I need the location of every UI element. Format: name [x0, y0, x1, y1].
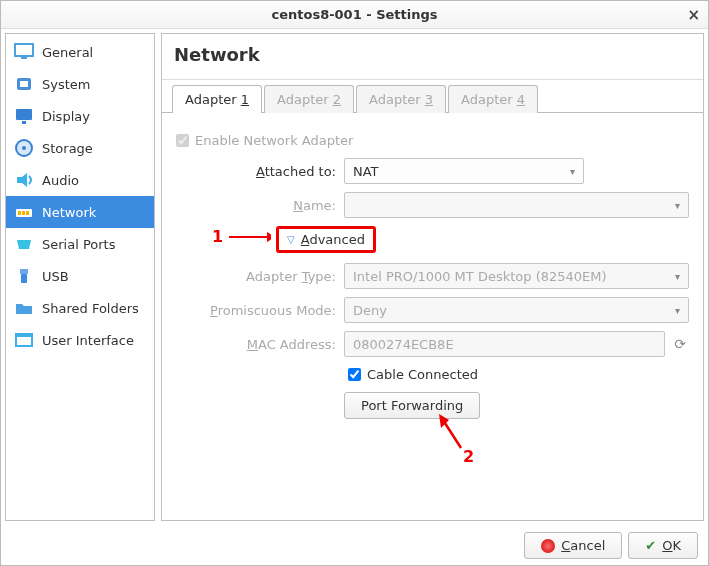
- chip-icon: [14, 74, 34, 94]
- display-icon: [14, 106, 34, 126]
- cable-connected-checkbox[interactable]: [348, 368, 361, 381]
- svg-rect-12: [26, 211, 29, 215]
- close-icon[interactable]: ×: [687, 6, 700, 24]
- svg-rect-10: [18, 211, 21, 215]
- name-dropdown: [344, 192, 689, 218]
- name-label: Name:: [176, 198, 336, 213]
- svg-rect-16: [16, 334, 32, 337]
- sidebar-item-network[interactable]: Network: [6, 196, 154, 228]
- ok-icon: ✔: [645, 538, 656, 553]
- svg-line-19: [443, 420, 461, 448]
- svg-rect-5: [22, 121, 26, 124]
- attached-to-label: Attached to:: [176, 164, 336, 179]
- adapter-type-label: Adapter Type:: [176, 269, 336, 284]
- sidebar-label: Audio: [42, 173, 79, 188]
- usb-icon: [14, 266, 34, 286]
- sidebar-label: Serial Ports: [42, 237, 115, 252]
- svg-rect-3: [20, 81, 28, 87]
- svg-rect-1: [21, 57, 27, 59]
- tab-adapter-1[interactable]: Adapter 1: [172, 85, 262, 113]
- sidebar-item-usb[interactable]: USB: [6, 260, 154, 292]
- sidebar-item-storage[interactable]: Storage: [6, 132, 154, 164]
- sidebar-label: General: [42, 45, 93, 60]
- enable-network-checkbox[interactable]: [176, 134, 189, 147]
- sidebar-item-general[interactable]: General: [6, 36, 154, 68]
- monitor-icon: [14, 42, 34, 62]
- speaker-icon: [14, 170, 34, 190]
- sidebar-item-system[interactable]: System: [6, 68, 154, 100]
- annotation-2: 2: [463, 447, 474, 466]
- tab-adapter-2[interactable]: Adapter 2: [264, 85, 354, 113]
- tabbar: Adapter 1 Adapter 2 Adapter 3 Adapter 4: [162, 84, 703, 113]
- promiscuous-label: Promiscuous Mode:: [176, 303, 336, 318]
- tab-adapter-3[interactable]: Adapter 3: [356, 85, 446, 113]
- promiscuous-dropdown: Deny: [344, 297, 689, 323]
- disk-icon: [14, 138, 34, 158]
- sidebar-item-shared-folders[interactable]: Shared Folders: [6, 292, 154, 324]
- sidebar-label: Display: [42, 109, 90, 124]
- svg-rect-14: [21, 274, 27, 283]
- ui-icon: [14, 330, 34, 350]
- annotation-1: 1: [212, 227, 271, 246]
- attached-to-dropdown[interactable]: NAT: [344, 158, 584, 184]
- ok-button[interactable]: ✔ OK: [628, 532, 698, 559]
- folder-icon: [14, 298, 34, 318]
- tab-adapter-4[interactable]: Adapter 4: [448, 85, 538, 113]
- sidebar-item-serial-ports[interactable]: Serial Ports: [6, 228, 154, 260]
- enable-network-label: EEnable Network Adapternable Network Ada…: [195, 133, 353, 148]
- page-title: Network: [162, 34, 703, 80]
- sidebar: General System Display Storage Audio Net…: [5, 33, 155, 521]
- cancel-icon: [541, 539, 555, 553]
- cable-connected-label: Cable Connected: [367, 367, 478, 382]
- svg-marker-18: [267, 232, 271, 242]
- sidebar-label: Shared Folders: [42, 301, 139, 316]
- svg-marker-8: [17, 173, 27, 187]
- sidebar-item-user-interface[interactable]: User Interface: [6, 324, 154, 356]
- titlebar: centos8-001 - Settings ×: [1, 1, 708, 29]
- advanced-toggle[interactable]: ▽ Advanced: [276, 226, 376, 253]
- adapter-panel: EEnable Network Adapternable Network Ada…: [162, 113, 703, 520]
- adapter-type-dropdown: Intel PRO/1000 MT Desktop (82540EM): [344, 263, 689, 289]
- serial-icon: [14, 234, 34, 254]
- svg-point-7: [22, 146, 26, 150]
- mac-address-field[interactable]: 0800274ECB8E: [344, 331, 665, 357]
- svg-rect-11: [22, 211, 25, 215]
- dialog-footer: Cancel ✔ OK: [524, 532, 698, 559]
- chevron-down-icon: ▽: [287, 234, 295, 245]
- sidebar-label: System: [42, 77, 90, 92]
- cancel-button[interactable]: Cancel: [524, 532, 622, 559]
- sidebar-label: USB: [42, 269, 69, 284]
- sidebar-label: User Interface: [42, 333, 134, 348]
- sidebar-item-display[interactable]: Display: [6, 100, 154, 132]
- network-icon: [14, 202, 34, 222]
- sidebar-label: Storage: [42, 141, 93, 156]
- sidebar-label: Network: [42, 205, 96, 220]
- svg-rect-0: [15, 44, 33, 56]
- refresh-mac-icon[interactable]: ⟳: [671, 335, 689, 353]
- sidebar-item-audio[interactable]: Audio: [6, 164, 154, 196]
- mac-label: MAC Address:: [176, 337, 336, 352]
- svg-rect-4: [16, 109, 32, 120]
- window-title: centos8-001 - Settings: [271, 7, 437, 22]
- svg-rect-13: [20, 269, 28, 274]
